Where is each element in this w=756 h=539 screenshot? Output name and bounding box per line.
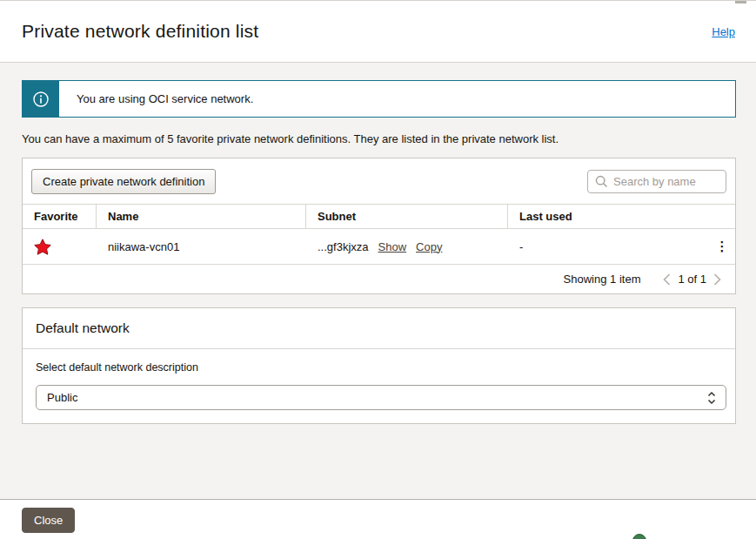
pagination: 1 of 1 (659, 273, 725, 286)
help-link[interactable]: Help (712, 25, 735, 38)
default-network-title: Default network (23, 308, 735, 349)
close-button[interactable]: Close (22, 508, 75, 533)
row-name: niikawa-vcn01 (97, 240, 306, 253)
search-icon (595, 175, 608, 188)
page-header: Private network definition list Help (0, 1, 756, 63)
default-network-select[interactable]: Public (36, 385, 726, 410)
column-header-subnet: Subnet (306, 205, 508, 228)
row-last-used: - (508, 240, 709, 253)
content-area: You are using OCI service network. You c… (0, 63, 756, 499)
subnet-copy-link[interactable]: Copy (416, 240, 442, 253)
table-summary: Showing 1 item (564, 273, 641, 286)
row-subnet-value: ...gf3kjxza (318, 240, 369, 253)
chat-widget-icon[interactable] (632, 534, 646, 539)
private-network-table-panel: Create private network definition Favori… (22, 158, 736, 294)
table-footer: Showing 1 item 1 of 1 (23, 265, 735, 293)
info-banner: You are using OCI service network. (22, 80, 736, 118)
intro-text: You can have a maximum of 5 favorite pri… (22, 132, 736, 145)
favorite-star-icon[interactable] (34, 239, 51, 255)
row-actions-kebab-icon[interactable]: ⋮ (709, 239, 735, 254)
default-network-select-label: Select default network description (36, 361, 726, 374)
table-toolbar: Create private network definition (23, 158, 735, 204)
page-title: Private network definition list (22, 21, 258, 42)
select-updown-icon (706, 390, 717, 406)
dialog-footer: Close (0, 499, 756, 539)
page-indicator: 1 of 1 (678, 273, 706, 286)
column-header-last-used: Last used (508, 205, 735, 228)
table-header-row: Favorite Name Subnet Last used (23, 204, 735, 229)
column-header-favorite: Favorite (23, 205, 97, 228)
subnet-show-link[interactable]: Show (378, 240, 407, 253)
default-network-selected-value: Public (47, 391, 77, 404)
default-network-panel: Default network Select default network d… (22, 307, 736, 424)
info-icon (32, 91, 50, 108)
table-row: niikawa-vcn01 ...gf3kjxza Show Copy - ⋮ (23, 229, 735, 265)
info-banner-accent (23, 81, 59, 117)
create-private-network-button[interactable]: Create private network definition (31, 169, 216, 194)
private-network-table: Favorite Name Subnet Last used niikawa-v… (23, 204, 735, 293)
page-previous-icon[interactable] (659, 273, 674, 286)
page-next-icon[interactable] (710, 273, 725, 286)
column-header-name: Name (97, 205, 306, 228)
scrollbar-thumb[interactable] (735, 1, 746, 3)
info-banner-message: You are using OCI service network. (59, 81, 253, 117)
search-box[interactable] (587, 170, 726, 193)
search-input[interactable] (613, 175, 719, 188)
